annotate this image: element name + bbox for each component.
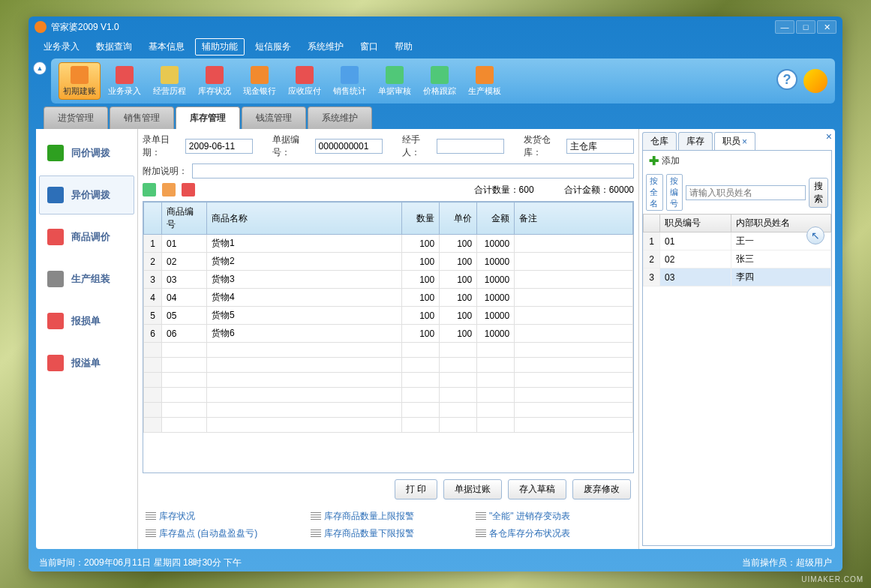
sum-amt-value: 60000 [609, 184, 634, 195]
goods-grid[interactable]: 商品编号商品名称数量单价金额备注101货物110010010000202货物21… [143, 201, 634, 473]
main-tab-0[interactable]: 进货管理 [44, 106, 108, 129]
toolbar-button-8[interactable]: 价格跟踪 [419, 62, 461, 100]
main-tab-3[interactable]: 钱流管理 [242, 106, 306, 129]
watermark: UIMAKER.COM [801, 575, 863, 584]
employee-search-input[interactable] [686, 185, 806, 200]
quick-link-3[interactable]: 库存盘点 (自动盘盈盘亏) [146, 527, 281, 540]
sidebar-item-4[interactable]: 报损单 [39, 302, 134, 340]
menu-item-1[interactable]: 数据查询 [90, 39, 138, 55]
table-row-empty[interactable] [144, 388, 633, 403]
menu-item-5[interactable]: 系统维护 [302, 39, 350, 55]
sidebar-icon-3 [47, 271, 64, 287]
titlebar[interactable]: 管家婆2009 V1.0 — □ ✕ [29, 16, 842, 38]
filter-fullname-button[interactable]: 按全名 [646, 174, 663, 211]
post-button[interactable]: 单据过账 [443, 479, 502, 500]
maximize-button[interactable]: □ [796, 20, 815, 34]
plus-icon: ✚ [649, 154, 659, 168]
minimize-button[interactable]: — [775, 20, 794, 34]
collapse-toolbar-button[interactable]: ▲ [33, 62, 47, 75]
feather-icon[interactable] [803, 69, 827, 93]
grid-header-1[interactable]: 商品编号 [162, 202, 207, 235]
table-row[interactable]: 606货物610010010000 [144, 325, 633, 343]
right-panel-tab-0[interactable]: 仓库 [642, 132, 677, 150]
handler-input[interactable] [437, 139, 504, 154]
discard-button[interactable]: 废弃修改 [572, 479, 631, 500]
grid-header-2[interactable]: 商品名称 [207, 202, 402, 235]
table-row[interactable]: 505货物510010010000 [144, 307, 633, 325]
grid-tool-icon-3[interactable] [182, 183, 195, 196]
filter-code-button[interactable]: 按编号 [666, 174, 683, 211]
grid-header-0[interactable] [144, 202, 162, 235]
menubar: 业务录入数据查询基本信息辅助功能短信服务系统维护窗口帮助 [29, 38, 842, 56]
quick-link-4[interactable]: 库存商品数量下限报警 [311, 527, 446, 540]
close-button[interactable]: ✕ [817, 20, 836, 34]
table-row-empty[interactable] [144, 418, 633, 433]
toolbar-button-2[interactable]: 经营历程 [149, 62, 191, 100]
table-row[interactable]: 303货物310010010000 [144, 271, 633, 289]
tab-close-icon[interactable]: × [742, 136, 747, 147]
quick-link-2[interactable]: "全能" 进销存变动表 [476, 510, 611, 523]
grid-header-3[interactable]: 数量 [402, 202, 440, 235]
employee-row[interactable]: 101王一 [644, 232, 831, 250]
grid-header-5[interactable]: 金额 [477, 202, 515, 235]
draft-button[interactable]: 存入草稿 [508, 479, 566, 500]
warehouse-input[interactable] [566, 139, 634, 154]
main-tab-4[interactable]: 系统维护 [308, 106, 372, 129]
menu-item-2[interactable]: 基本信息 [143, 39, 191, 55]
table-row[interactable]: 101货物110010010000 [144, 235, 633, 253]
doc-no-input[interactable] [315, 139, 383, 154]
sidebar-item-2[interactable]: 商品调价 [39, 218, 134, 256]
sidebar-item-3[interactable]: 生产组装 [39, 260, 134, 298]
toolbar-button-1[interactable]: 业务录入 [104, 62, 146, 100]
print-button[interactable]: 打 印 [395, 479, 437, 500]
main-tab-2[interactable]: 库存管理 [176, 106, 240, 129]
menu-item-0[interactable]: 业务录入 [38, 39, 86, 55]
quick-link-1[interactable]: 库存商品数量上限报警 [311, 510, 446, 523]
quick-link-0[interactable]: 库存状况 [146, 510, 281, 523]
search-button[interactable]: 搜索 [809, 178, 828, 208]
quick-links: 库存状况库存商品数量上限报警"全能" 进销存变动表库存盘点 (自动盘盈盘亏)库存… [143, 506, 634, 544]
grid-tool-icon-2[interactable] [162, 183, 176, 196]
app-icon [35, 21, 47, 33]
right-panel-close-icon[interactable]: × [826, 130, 832, 142]
menu-item-4[interactable]: 短信服务 [249, 39, 297, 55]
menu-item-3[interactable]: 辅助功能 [195, 38, 245, 56]
toolbar-icon-8 [431, 66, 449, 84]
toolbar-button-0[interactable]: 初期建账 [59, 62, 101, 100]
entry-date-input[interactable] [185, 139, 253, 154]
status-user-label: 当前操作员： [742, 557, 796, 568]
grid-header-4[interactable]: 单价 [440, 202, 477, 235]
employee-row[interactable]: 202张三 [644, 250, 831, 268]
employee-grid[interactable]: 职员编号内部职员姓名101王一202张三303李四 [643, 214, 831, 545]
toolbar-button-9[interactable]: 生产模板 [464, 62, 506, 100]
help-icon[interactable]: ? [776, 69, 797, 90]
table-row-empty[interactable] [144, 403, 633, 418]
rp-grid-header-0[interactable] [644, 214, 660, 232]
right-panel-tab-1[interactable]: 库存 [678, 132, 713, 150]
add-employee-button[interactable]: ✚ 添加 [643, 151, 831, 171]
main-tab-1[interactable]: 销售管理 [110, 106, 174, 129]
table-row-empty[interactable] [144, 358, 633, 373]
arrow-up-icon[interactable]: ↖ [806, 226, 824, 244]
menu-item-7[interactable]: 帮助 [389, 39, 419, 55]
extra-input[interactable] [192, 164, 634, 178]
grid-header-6[interactable]: 备注 [515, 202, 633, 235]
table-row-empty[interactable] [144, 373, 633, 388]
table-row[interactable]: 202货物210010010000 [144, 253, 633, 271]
menu-item-6[interactable]: 窗口 [354, 39, 384, 55]
toolbar-button-5[interactable]: 应收应付 [284, 62, 326, 100]
rp-grid-header-1[interactable]: 职员编号 [660, 214, 731, 232]
quick-link-5[interactable]: 各仓库存分布状况表 [476, 527, 611, 540]
sidebar-item-5[interactable]: 报溢单 [39, 344, 134, 382]
toolbar-button-4[interactable]: 现金银行 [239, 62, 281, 100]
toolbar-button-7[interactable]: 单据审核 [374, 62, 416, 100]
employee-row[interactable]: 303李四 [644, 268, 831, 286]
toolbar-button-6[interactable]: 销售统计 [329, 62, 371, 100]
right-panel-tab-2[interactable]: 职员 × [714, 132, 755, 150]
table-row[interactable]: 404货物410010010000 [144, 289, 633, 307]
table-row-empty[interactable] [144, 343, 633, 358]
toolbar-button-3[interactable]: 库存状况 [194, 62, 236, 100]
grid-tool-icon-1[interactable] [143, 183, 156, 196]
sidebar-item-1[interactable]: 异价调拨 [39, 176, 134, 214]
sidebar-item-0[interactable]: 同价调拨 [39, 134, 134, 172]
